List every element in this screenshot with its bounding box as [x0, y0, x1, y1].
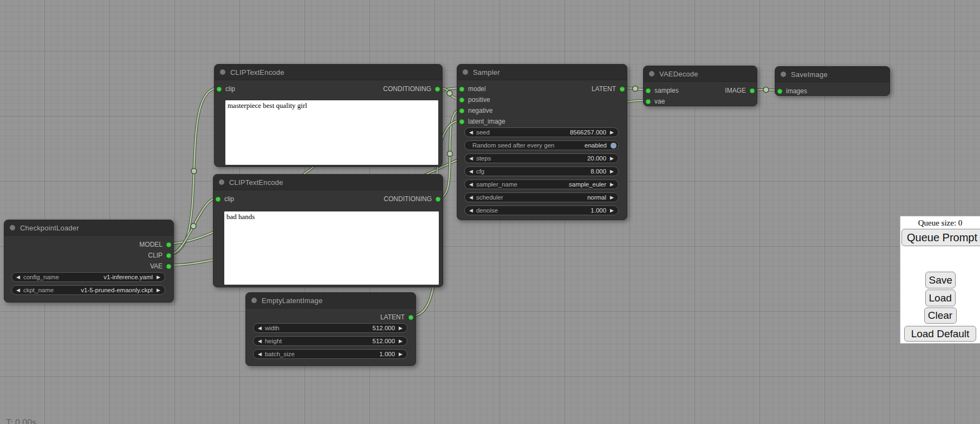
widget-value: 8566257.000 — [570, 129, 606, 136]
input-slot-negative: negative — [457, 107, 492, 114]
node-clip-text-encode-positive[interactable]: CLIPTextEncodeclipCONDITIONINGmasterpiec… — [214, 64, 443, 167]
output-slot-dot[interactable] — [435, 87, 440, 92]
widget-right-arrow-icon[interactable]: ▶ — [157, 275, 160, 280]
node-empty-latent-image[interactable]: EmptyLatentImageLATENT◀width512.000▶◀hei… — [245, 292, 416, 366]
widget-left-arrow-icon[interactable]: ◀ — [16, 288, 20, 293]
output-slot-dot[interactable] — [436, 197, 440, 202]
collapse-dot-icon[interactable] — [219, 179, 224, 185]
widget-seed[interactable]: ◀seed8566257.000▶ — [464, 127, 619, 137]
input-slot-dot[interactable] — [459, 98, 464, 102]
node-sampler[interactable]: SamplermodelLATENTpositivenegativelatent… — [457, 64, 627, 220]
prompt-textarea[interactable]: bad hands — [224, 211, 439, 285]
widget-right-arrow-icon[interactable]: ▶ — [610, 130, 614, 135]
output-slot-dot[interactable] — [620, 87, 625, 92]
widget-list: ◀width512.000▶◀height512.000▶◀batch_size… — [253, 323, 407, 362]
input-slot-label: images — [786, 87, 807, 95]
widget-right-arrow-icon[interactable]: ▶ — [399, 326, 403, 331]
save-button[interactable]: Save — [925, 272, 956, 288]
widget-height[interactable]: ◀height512.000▶ — [253, 336, 407, 346]
input-slot-dot[interactable] — [646, 88, 651, 93]
output-slot-dot[interactable] — [166, 242, 171, 247]
input-slot-dot[interactable] — [459, 119, 464, 124]
node-title-bar[interactable]: CLIPTextEncode — [215, 65, 442, 80]
node-title-bar[interactable]: CLIPTextEncode — [213, 175, 443, 190]
output-slot-LATENT: LATENT — [380, 313, 416, 321]
widget-left-arrow-icon[interactable]: ◀ — [469, 182, 473, 187]
node-clip-text-encode-negative[interactable]: CLIPTextEncodeclipCONDITIONINGbad hands — [213, 174, 443, 287]
load-button[interactable]: Load — [925, 290, 956, 306]
output-slot-dot[interactable] — [750, 88, 755, 93]
widget-batch-size[interactable]: ◀batch_size1.000▶ — [253, 349, 407, 359]
toggle-indicator-icon[interactable] — [611, 143, 616, 149]
input-slot-dot[interactable] — [459, 108, 464, 113]
widget-sampler-name[interactable]: ◀sampler_namesample_euler▶ — [464, 179, 619, 189]
node-title-bar[interactable]: CheckpointLoader — [4, 220, 173, 236]
widget-config-name[interactable]: ◀config_namev1-inference.yaml▶ — [11, 272, 165, 282]
input-slot-dot[interactable] — [216, 197, 220, 202]
collapse-dot-icon[interactable] — [220, 69, 225, 75]
slot-rows: images — [775, 82, 890, 97]
collapse-dot-icon[interactable] — [649, 71, 654, 76]
collapse-dot-icon[interactable] — [463, 69, 468, 75]
input-slot-clip: clip — [215, 85, 235, 93]
widget-value: 1.000 — [590, 207, 606, 214]
widget-value: enabled — [585, 142, 607, 149]
input-slot-dot[interactable] — [777, 89, 782, 94]
widget-left-arrow-icon[interactable]: ◀ — [258, 326, 262, 331]
widget-left-arrow-icon[interactable]: ◀ — [469, 156, 473, 161]
slot-row: images — [775, 86, 890, 97]
node-title-bar[interactable]: VAEDecode — [644, 66, 757, 82]
widget-right-arrow-icon[interactable]: ▶ — [399, 339, 403, 344]
node-checkpoint-loader[interactable]: CheckpointLoaderMODELCLIPVAE◀config_name… — [4, 220, 174, 303]
widget-left-arrow-icon[interactable]: ◀ — [469, 169, 473, 174]
node-save-image[interactable]: SaveImageimages — [775, 66, 890, 96]
widget-right-arrow-icon[interactable]: ▶ — [399, 352, 403, 357]
input-slot-vae: vae — [644, 98, 665, 105]
widget-right-arrow-icon[interactable]: ▶ — [610, 169, 614, 174]
node-vae-decode[interactable]: VAEDecodesamplesIMAGEvae — [643, 66, 757, 106]
output-slot-VAE: VAE — [150, 262, 173, 270]
input-slot-dot[interactable] — [459, 87, 464, 92]
graph-canvas[interactable]: CheckpointLoaderMODELCLIPVAE◀config_name… — [0, 0, 980, 424]
node-title-bar[interactable]: SaveImage — [775, 67, 890, 82]
collapse-dot-icon[interactable] — [251, 298, 257, 303]
widget-label: sampler_name — [476, 181, 517, 188]
widget-random-seed-after-every-gen[interactable]: Random seed after every genenabled — [464, 140, 619, 150]
output-slot-dot[interactable] — [166, 264, 171, 269]
prompt-textarea[interactable]: masterpiece best quality girl — [225, 100, 438, 165]
slot-row: vae — [644, 96, 757, 107]
input-slot-dot[interactable] — [217, 87, 222, 92]
widget-right-arrow-icon[interactable]: ▶ — [610, 182, 614, 187]
node-title-bar[interactable]: Sampler — [457, 65, 627, 80]
clear-button[interactable]: Clear — [924, 307, 957, 324]
widget-value: 512.000 — [373, 325, 395, 331]
widget-scheduler[interactable]: ◀schedulernormal▶ — [464, 192, 619, 202]
widget-right-arrow-icon[interactable]: ▶ — [157, 288, 160, 293]
widget-left-arrow-icon[interactable]: ◀ — [469, 208, 473, 213]
widget-right-arrow-icon[interactable]: ▶ — [610, 156, 614, 161]
widget-denoise[interactable]: ◀denoise1.000▶ — [464, 205, 619, 215]
output-slot-dot[interactable] — [166, 253, 171, 258]
output-slot-label: CLIP — [148, 252, 163, 259]
slot-row: negative — [457, 105, 627, 116]
output-slot-dot[interactable] — [408, 315, 413, 320]
input-slot-dot[interactable] — [646, 99, 651, 104]
widget-label: denoise — [476, 207, 498, 214]
widget-left-arrow-icon[interactable]: ◀ — [469, 195, 473, 200]
widget-width[interactable]: ◀width512.000▶ — [253, 323, 407, 333]
widget-label: width — [265, 325, 280, 331]
queue-prompt-button[interactable]: Queue Prompt — [901, 229, 980, 246]
widget-left-arrow-icon[interactable]: ◀ — [16, 275, 20, 280]
widget-right-arrow-icon[interactable]: ▶ — [610, 208, 614, 213]
collapse-dot-icon[interactable] — [10, 225, 15, 230]
collapse-dot-icon[interactable] — [781, 72, 786, 77]
widget-left-arrow-icon[interactable]: ◀ — [258, 339, 262, 344]
widget-right-arrow-icon[interactable]: ▶ — [610, 195, 614, 200]
node-title-bar[interactable]: EmptyLatentImage — [246, 293, 416, 309]
widget-left-arrow-icon[interactable]: ◀ — [258, 352, 262, 357]
widget-left-arrow-icon[interactable]: ◀ — [469, 130, 473, 135]
widget-cfg[interactable]: ◀cfg8.000▶ — [464, 166, 619, 176]
widget-steps[interactable]: ◀steps20.000▶ — [464, 153, 619, 163]
load-default-button[interactable]: Load Default — [904, 326, 976, 342]
widget-ckpt-name[interactable]: ◀ckpt_namev1-5-pruned-emaonly.ckpt▶ — [11, 285, 165, 295]
